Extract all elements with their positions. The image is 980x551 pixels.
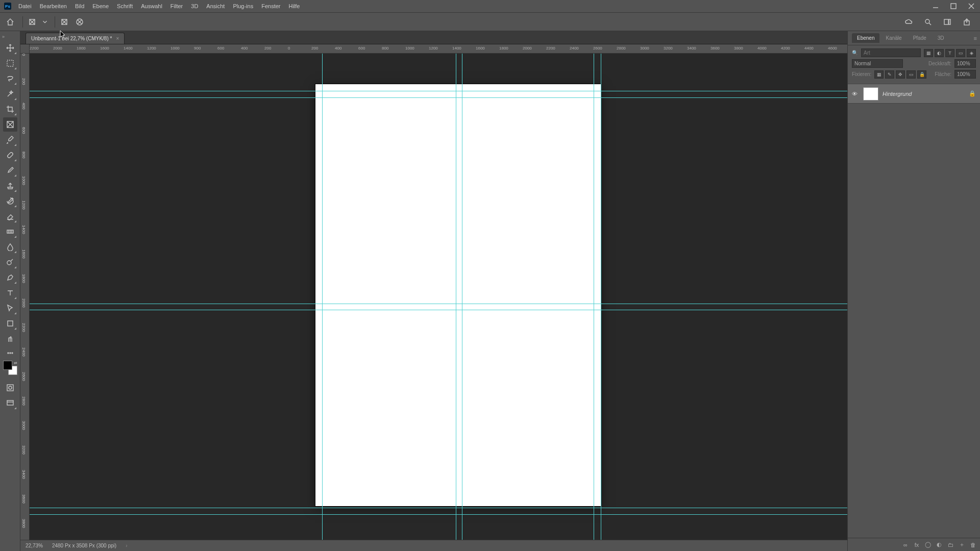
more-tools-icon[interactable] bbox=[3, 349, 17, 357]
filter-smart-icon[interactable]: ◈ bbox=[967, 49, 976, 57]
type-tool[interactable] bbox=[3, 286, 17, 300]
panel-tab-pfade[interactable]: Pfade bbox=[908, 33, 932, 43]
link-layers-icon[interactable]: ∞ bbox=[901, 541, 910, 549]
frame-tool-dropdown[interactable] bbox=[41, 16, 48, 28]
lock-position-icon[interactable]: ✥ bbox=[896, 70, 905, 79]
window-minimize-button[interactable] bbox=[927, 0, 944, 12]
path-selection-tool[interactable] bbox=[3, 301, 17, 315]
frame-tool-option-icon[interactable] bbox=[26, 16, 38, 28]
layer-style-icon[interactable]: fx bbox=[913, 541, 921, 549]
lock-all-icon[interactable]: 🔒 bbox=[917, 70, 926, 79]
layer-mask-icon[interactable]: ◯ bbox=[924, 541, 932, 549]
vertical-guide[interactable] bbox=[462, 54, 462, 540]
frame-ellipse-icon[interactable] bbox=[74, 16, 86, 28]
share-icon[interactable] bbox=[961, 16, 973, 28]
cloud-status-icon[interactable] bbox=[902, 16, 915, 28]
menu-datei[interactable]: Datei bbox=[14, 1, 36, 11]
filter-adjust-icon[interactable]: ◐ bbox=[935, 49, 944, 57]
layer-name[interactable]: Hintergrund bbox=[883, 91, 965, 97]
menu-filter[interactable]: Filter bbox=[166, 1, 187, 11]
dodge-tool[interactable] bbox=[3, 255, 17, 269]
lock-artboard-icon[interactable]: ▭ bbox=[906, 70, 916, 79]
layer-filter-input[interactable] bbox=[861, 48, 921, 57]
filter-pixel-icon[interactable]: ▦ bbox=[924, 49, 933, 57]
layer-thumbnail[interactable] bbox=[863, 87, 878, 101]
vertical-guide[interactable] bbox=[322, 54, 323, 540]
frame-tool[interactable] bbox=[3, 117, 17, 132]
panel-tab-ebenen[interactable]: Ebenen bbox=[852, 33, 879, 43]
lock-transparency-icon[interactable]: ▦ bbox=[874, 70, 884, 79]
screen-mode-toggle[interactable] bbox=[3, 396, 17, 410]
menu-fenster[interactable]: Fenster bbox=[257, 1, 284, 11]
history-brush-tool[interactable] bbox=[3, 194, 17, 208]
vertical-guide[interactable] bbox=[594, 54, 594, 540]
delete-layer-icon[interactable]: 🗑 bbox=[969, 541, 977, 549]
panel-tab-kanaele[interactable]: Kanäle bbox=[880, 33, 906, 43]
move-tool[interactable] bbox=[3, 41, 17, 55]
menu-bearbeiten[interactable]: Bearbeiten bbox=[36, 1, 71, 11]
menu-ansicht[interactable]: Ansicht bbox=[202, 1, 229, 11]
marquee-tool[interactable] bbox=[3, 56, 17, 70]
color-swatch[interactable]: ⇄ bbox=[3, 361, 17, 375]
filter-type-icon[interactable]: T bbox=[945, 49, 954, 57]
lock-icon[interactable]: 🔒 bbox=[969, 90, 976, 97]
fill-input[interactable] bbox=[954, 70, 976, 79]
horizontal-guide[interactable] bbox=[30, 91, 847, 91]
document-tab[interactable]: Unbenannt-1 bei 22,7% (CMYK/8) * × bbox=[26, 33, 125, 44]
horizontal-guide[interactable] bbox=[30, 304, 847, 304]
document-dimensions[interactable]: 2480 Px x 3508 Px (300 ppi) bbox=[52, 543, 116, 548]
lasso-tool[interactable] bbox=[3, 71, 17, 86]
canvas-viewport[interactable] bbox=[30, 54, 847, 540]
clone-stamp-tool[interactable] bbox=[3, 179, 17, 193]
window-maximize-button[interactable] bbox=[945, 0, 962, 12]
layer-row[interactable]: 👁 Hintergrund 🔒 bbox=[848, 84, 980, 104]
status-arrow-icon[interactable]: › bbox=[126, 543, 127, 548]
shape-tool[interactable] bbox=[3, 316, 17, 331]
vertical-guide[interactable] bbox=[601, 54, 601, 540]
document-canvas[interactable] bbox=[315, 84, 601, 506]
foreground-color-swatch[interactable] bbox=[3, 361, 12, 370]
menu-bild[interactable]: Bild bbox=[71, 1, 88, 11]
workspace-icon[interactable] bbox=[941, 16, 953, 28]
zoom-level[interactable]: 22,73% bbox=[26, 543, 43, 548]
eraser-tool[interactable] bbox=[3, 209, 17, 223]
vertical-guide[interactable] bbox=[456, 54, 456, 540]
gradient-tool[interactable] bbox=[3, 224, 17, 239]
eyedropper-tool[interactable] bbox=[3, 133, 17, 147]
horizontal-guide[interactable] bbox=[30, 514, 847, 515]
ruler-origin[interactable] bbox=[20, 44, 30, 54]
menu-hilfe[interactable]: Hilfe bbox=[284, 1, 304, 11]
menu-3d[interactable]: 3D bbox=[187, 1, 202, 11]
horizontal-guide[interactable] bbox=[30, 508, 847, 508]
horizontal-guide[interactable] bbox=[30, 97, 847, 98]
panel-menu-icon[interactable]: ≡ bbox=[974, 35, 980, 41]
close-tab-icon[interactable]: × bbox=[116, 36, 119, 41]
blur-tool[interactable] bbox=[3, 240, 17, 254]
swap-colors-icon[interactable]: ⇄ bbox=[14, 361, 17, 365]
crop-tool[interactable] bbox=[3, 102, 17, 116]
healing-brush-tool[interactable] bbox=[3, 148, 17, 162]
menu-ebene[interactable]: Ebene bbox=[88, 1, 113, 11]
brush-tool[interactable] bbox=[3, 163, 17, 178]
vertical-ruler[interactable]: 0200400600800100012001400160018002000220… bbox=[20, 54, 30, 540]
quick-mask-toggle[interactable] bbox=[3, 381, 17, 395]
search-icon[interactable] bbox=[922, 16, 934, 28]
blend-mode-select[interactable] bbox=[852, 59, 903, 68]
hand-tool[interactable] bbox=[3, 332, 17, 346]
opacity-input[interactable] bbox=[954, 59, 976, 68]
magic-wand-tool[interactable] bbox=[3, 87, 17, 101]
visibility-toggle-icon[interactable]: 👁 bbox=[852, 91, 859, 97]
menu-plugins[interactable]: Plug-ins bbox=[229, 1, 257, 11]
horizontal-ruler[interactable]: 2200200018001600140012001000900600400200… bbox=[30, 44, 847, 54]
window-close-button[interactable] bbox=[963, 0, 980, 12]
group-layers-icon[interactable]: 🗀 bbox=[946, 541, 954, 549]
frame-rect-icon[interactable] bbox=[58, 16, 70, 28]
pen-tool[interactable] bbox=[3, 270, 17, 285]
menu-schrift[interactable]: Schrift bbox=[113, 1, 137, 11]
new-layer-icon[interactable]: ＋ bbox=[958, 541, 966, 549]
adjustment-layer-icon[interactable]: ◐ bbox=[935, 541, 943, 549]
horizontal-guide[interactable] bbox=[30, 310, 847, 310]
menu-auswahl[interactable]: Auswahl bbox=[137, 1, 166, 11]
filter-shape-icon[interactable]: ▭ bbox=[956, 49, 965, 57]
home-button[interactable] bbox=[4, 16, 16, 28]
